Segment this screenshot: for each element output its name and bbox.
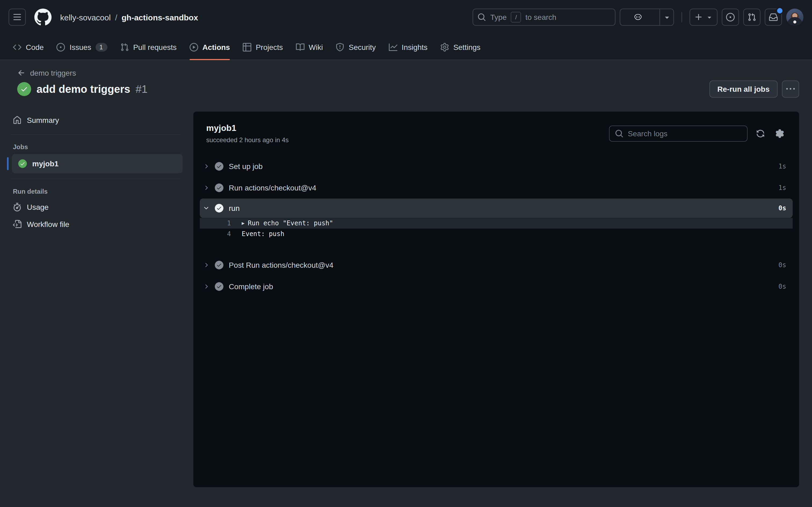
- step-duration: 1s: [778, 163, 786, 170]
- run-title-row: add demo triggers #1 Re-run all jobs: [17, 80, 799, 98]
- tab-label: Security: [349, 43, 376, 51]
- create-new-button[interactable]: [690, 9, 717, 26]
- inbox-icon: [769, 13, 778, 21]
- run-title: add demo triggers: [37, 83, 130, 95]
- tab-label: Wiki: [309, 43, 323, 51]
- hamburger-menu-button[interactable]: [9, 9, 26, 26]
- step-set-up-job[interactable]: Set up job 1s: [200, 156, 793, 177]
- step-complete-job[interactable]: Complete job 0s: [200, 276, 793, 297]
- github-logo-icon[interactable]: [34, 9, 52, 26]
- kebab-icon: [786, 85, 795, 93]
- run-options-kebab-button[interactable]: [782, 80, 799, 98]
- file-code-icon: [13, 220, 21, 229]
- tab-insights[interactable]: Insights: [385, 34, 432, 60]
- step-run[interactable]: run 0s: [200, 199, 793, 218]
- search-icon: [477, 13, 486, 21]
- step-run-checkout[interactable]: Run actions/checkout@v4 1s: [200, 177, 793, 199]
- log-panel: myjob1 succeeded 2 hours ago in 4s Searc…: [193, 112, 799, 487]
- sidebar-item-workflow-file[interactable]: Workflow file: [9, 216, 183, 233]
- step-success-icon: [215, 282, 223, 291]
- step-label: Set up job: [229, 162, 263, 171]
- sidebar-item-summary[interactable]: Summary: [9, 112, 183, 129]
- step-log-output: 1 ▶Run echo "Event: push" 4 Event: push: [200, 218, 793, 239]
- sidebar-divider: [11, 134, 181, 135]
- refresh-logs-button[interactable]: [754, 127, 767, 140]
- back-link-label: demo triggers: [30, 69, 76, 77]
- log-panel-header: myjob1 succeeded 2 hours ago in 4s Searc…: [193, 112, 799, 150]
- sidebar-item-label: Workflow file: [27, 220, 69, 229]
- step-label: Post Run actions/checkout@v4: [229, 261, 334, 269]
- step-success-icon: [215, 183, 223, 192]
- chevron-down-icon: [705, 13, 713, 21]
- jobs-heading: Jobs: [9, 140, 183, 154]
- search-logs-input[interactable]: Search logs: [609, 125, 748, 142]
- home-icon: [13, 116, 21, 124]
- step-label: Complete job: [229, 282, 273, 291]
- tab-wiki[interactable]: Wiki: [292, 34, 327, 60]
- log-settings-button[interactable]: [773, 127, 786, 140]
- sidebar-item-usage[interactable]: Usage: [9, 199, 183, 216]
- three-bars-icon: [13, 13, 21, 21]
- back-to-workflow-link[interactable]: demo triggers: [17, 69, 76, 77]
- step-duration: 1s: [778, 184, 786, 191]
- gear-icon: [775, 129, 784, 138]
- chevron-right-icon: [203, 184, 209, 191]
- tab-projects[interactable]: Projects: [239, 34, 287, 60]
- log-line[interactable]: 1 ▶Run echo "Event: push": [200, 218, 793, 229]
- tab-code[interactable]: Code: [9, 34, 48, 60]
- log-line-number: 4: [200, 230, 231, 238]
- sidebar-job-myjob1[interactable]: myjob1: [12, 154, 183, 173]
- step-duration: 0s: [778, 261, 786, 269]
- inbox-button[interactable]: [765, 9, 782, 26]
- step-group-run: run 0s 1 ▶Run echo "Event: push" 4 Event…: [200, 199, 793, 239]
- step-duration: 0s: [778, 283, 786, 290]
- tab-pull-requests[interactable]: Pull requests: [116, 34, 181, 60]
- copilot-icon[interactable]: [620, 9, 659, 25]
- rerun-all-jobs-button[interactable]: Re-run all jobs: [709, 80, 778, 98]
- log-line-text: ▶Run echo "Event: push": [242, 219, 333, 227]
- issues-count-badge: 1: [96, 43, 107, 51]
- tab-label: Insights: [402, 43, 428, 51]
- pull-requests-dashboard-button[interactable]: [743, 9, 760, 26]
- run-details-heading: Run details: [9, 184, 183, 199]
- global-search-input[interactable]: Type / to search: [472, 9, 615, 26]
- issue-opened-icon: [726, 13, 735, 21]
- book-icon: [296, 43, 305, 51]
- copilot-dropdown-caret[interactable]: [659, 9, 673, 25]
- stopwatch-icon: [13, 203, 21, 211]
- issues-dashboard-button[interactable]: [722, 9, 739, 26]
- github-actions-run-page: kelly-sovacool / gh-actions-sandbox Type…: [0, 0, 812, 507]
- git-pull-request-icon: [748, 13, 756, 21]
- search-icon: [615, 129, 623, 138]
- sync-icon: [756, 129, 765, 138]
- user-avatar[interactable]: [786, 9, 803, 26]
- chevron-down-icon: [203, 205, 209, 211]
- tab-issues[interactable]: Issues 1: [52, 34, 112, 60]
- breadcrumb-separator: /: [115, 13, 117, 22]
- breadcrumb-repo[interactable]: gh-actions-sandbox: [122, 13, 198, 22]
- log-line-number: 1: [200, 219, 231, 227]
- log-controls: Search logs: [609, 125, 786, 142]
- tab-label: Code: [26, 43, 44, 51]
- tab-settings[interactable]: Settings: [436, 34, 485, 60]
- log-line[interactable]: 4 Event: push: [200, 229, 793, 239]
- tab-label: Actions: [202, 43, 230, 51]
- job-header-text: myjob1 succeeded 2 hours ago in 4s: [206, 123, 289, 144]
- run-sidebar: Summary Jobs myjob1 Run details Usage Wo…: [9, 104, 183, 233]
- tab-actions[interactable]: Actions: [185, 34, 235, 60]
- chevron-right-icon: [203, 262, 209, 268]
- copilot-button[interactable]: [620, 9, 674, 26]
- tab-security[interactable]: Security: [332, 34, 380, 60]
- breadcrumb-owner[interactable]: kelly-sovacool: [60, 13, 111, 22]
- tab-label: Projects: [256, 43, 283, 51]
- log-line-text: Event: push: [242, 230, 284, 238]
- tab-label: Settings: [453, 43, 480, 51]
- table-icon: [243, 43, 251, 51]
- graph-icon: [389, 43, 397, 51]
- play-icon: [190, 43, 198, 51]
- header-divider: [681, 12, 682, 22]
- step-label: run: [229, 204, 240, 213]
- log-group-toggle-icon[interactable]: ▶: [242, 221, 245, 226]
- plus-icon: [694, 13, 703, 21]
- step-post-run-checkout[interactable]: Post Run actions/checkout@v4 0s: [200, 254, 793, 276]
